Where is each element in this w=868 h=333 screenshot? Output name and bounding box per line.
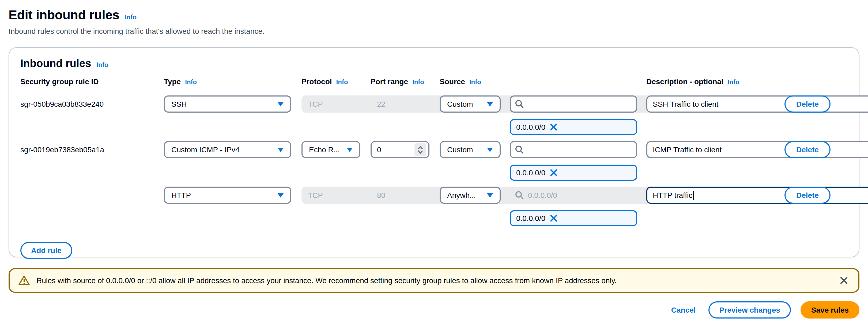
close-icon[interactable]: [838, 275, 850, 286]
page-subtitle: Inbound rules control the incoming traff…: [8, 27, 860, 35]
panel-title: Inbound rules: [20, 57, 91, 70]
dropdown-caret-icon: [487, 193, 493, 198]
dropdown-caret-icon: [277, 193, 284, 198]
col-header-type: TypeInfo: [164, 77, 291, 86]
cidr-chip: 0.0.0.0/0: [510, 165, 637, 181]
col-header-protocol: ProtocolInfo: [302, 77, 360, 86]
source-info-link[interactable]: Info: [469, 78, 481, 86]
dropdown-caret-icon: [277, 102, 284, 106]
add-rule-button[interactable]: Add rule: [20, 242, 72, 259]
stepper-arrows-icon[interactable]: [414, 143, 426, 156]
rule-id-text: sgr-0019eb7383eb05a1a: [20, 141, 154, 158]
page-header: Edit inbound rules Info Inbound rules co…: [0, 0, 868, 35]
search-icon: [515, 100, 524, 108]
delete-button[interactable]: Delete: [784, 141, 831, 158]
column-header-row: Security group rule ID TypeInfo Protocol…: [20, 77, 848, 88]
col-header-port-range: Port rangeInfo: [371, 77, 429, 86]
page-info-link[interactable]: Info: [125, 13, 136, 21]
type-select[interactable]: HTTP: [164, 187, 291, 204]
warning-banner: Rules with source of 0.0.0.0/0 or ::/0 a…: [8, 268, 860, 293]
panel-info-link[interactable]: Info: [96, 61, 108, 68]
description-input[interactable]: [646, 141, 868, 158]
preview-changes-button[interactable]: Preview changes: [709, 301, 791, 318]
text-cursor: [693, 191, 694, 200]
source-search-field[interactable]: [527, 99, 632, 109]
source-select[interactable]: Custom: [440, 95, 501, 113]
save-rules-button[interactable]: Save rules: [801, 301, 860, 318]
source-select[interactable]: Anywh...: [440, 187, 501, 204]
cidr-chip: 0.0.0.0/0: [510, 210, 637, 226]
source-search-field: [527, 190, 632, 200]
port-range-stepper[interactable]: 0: [371, 141, 429, 158]
cidr-chip-row: 0.0.0.0/0: [20, 210, 848, 226]
cidr-chip-row: 0.0.0.0/0: [20, 119, 848, 135]
page-title: Edit inbound rules: [8, 7, 119, 23]
warning-message: Rules with source of 0.0.0.0/0 or ::/0 a…: [36, 276, 832, 285]
type-info-link[interactable]: Info: [185, 78, 197, 86]
rule-id-text: sgr-050b9ca03b833e240: [20, 95, 154, 113]
cidr-chip-row: 0.0.0.0/0: [20, 165, 848, 181]
dropdown-caret-icon: [277, 147, 284, 152]
remove-cidr-icon[interactable]: [550, 123, 557, 131]
description-input[interactable]: [646, 95, 868, 113]
delete-button[interactable]: Delete: [784, 95, 831, 113]
edit-inbound-rules-page: Edit inbound rules Info Inbound rules co…: [0, 0, 868, 333]
port-range-info-link[interactable]: Info: [412, 78, 424, 86]
source-select[interactable]: Custom: [440, 141, 501, 158]
rule-id-text: –: [20, 187, 154, 204]
description-input-focused[interactable]: HTTP traffic: [646, 187, 868, 204]
dropdown-caret-icon: [346, 147, 353, 152]
search-icon: [515, 191, 524, 199]
table-row: – HTTP Anywh... HTTP traffic: [20, 187, 848, 204]
cidr-chip: 0.0.0.0/0: [510, 119, 637, 135]
type-select[interactable]: SSH: [164, 95, 291, 113]
remove-cidr-icon[interactable]: [550, 169, 557, 176]
inbound-rules-panel: Inbound rules Info Security group rule I…: [8, 47, 860, 257]
dropdown-caret-icon: [487, 147, 493, 152]
cancel-button[interactable]: Cancel: [668, 306, 699, 314]
footer-actions: Cancel Preview changes Save rules: [8, 301, 860, 318]
source-search-field[interactable]: [527, 145, 632, 155]
source-search-input: [510, 187, 637, 204]
table-row: sgr-050b9ca03b833e240 SSH Custom Delete: [20, 95, 848, 113]
delete-button[interactable]: Delete: [784, 187, 831, 204]
description-info-link[interactable]: Info: [728, 78, 740, 86]
warning-triangle-icon: [18, 275, 30, 286]
source-search-input[interactable]: [510, 141, 637, 158]
source-search-input[interactable]: [510, 95, 637, 113]
protocol-info-link[interactable]: Info: [336, 78, 348, 86]
table-row: sgr-0019eb7383eb05a1a Custom ICMP - IPv4…: [20, 141, 848, 158]
col-header-description: Description - optionalInfo: [646, 77, 775, 86]
remove-cidr-icon[interactable]: [550, 215, 557, 222]
col-header-source: SourceInfo: [440, 77, 501, 86]
protocol-select[interactable]: Echo R...: [302, 141, 360, 158]
type-select[interactable]: Custom ICMP - IPv4: [164, 141, 291, 158]
dropdown-caret-icon: [487, 102, 493, 106]
col-header-rule-id: Security group rule ID: [20, 77, 154, 86]
rules-grid: Security group rule ID TypeInfo Protocol…: [20, 77, 848, 259]
search-icon: [515, 145, 524, 154]
